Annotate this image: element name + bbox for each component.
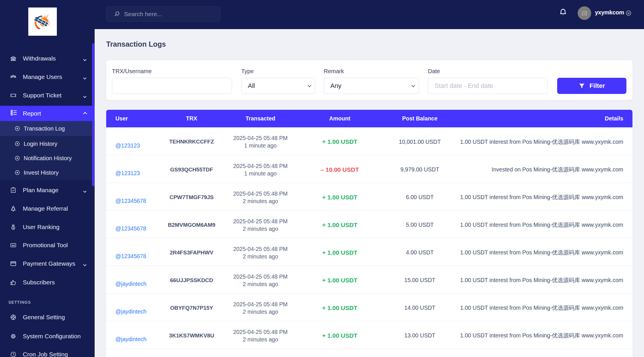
svg-text:Ad: Ad <box>12 244 15 247</box>
